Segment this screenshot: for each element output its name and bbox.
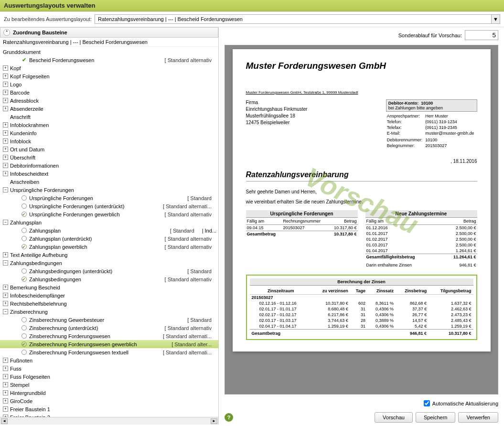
tree-item[interactable]: +Adressblock: [0, 96, 218, 105]
tree-item[interactable]: Zinsberechnung Gewerbesteuer[ Standard: [0, 316, 218, 324]
tree-item[interactable]: Zahlungsbedingungen[ Standard alternativ: [0, 275, 218, 283]
expand-icon[interactable]: +: [3, 171, 8, 176]
expand-icon[interactable]: +: [3, 130, 8, 136]
tree-item[interactable]: +Infobescheidtext: [0, 170, 218, 178]
expand-icon[interactable]: +: [3, 163, 8, 168]
expand-icon[interactable]: +: [3, 398, 8, 404]
expand-icon[interactable]: +: [3, 106, 8, 111]
expand-icon[interactable]: +: [3, 147, 8, 152]
tree-item[interactable]: +Fußnoten: [0, 356, 218, 364]
expand-icon[interactable]: +: [3, 138, 8, 144]
tree-item[interactable]: −Zinsberechnung: [0, 308, 218, 316]
tree-item[interactable]: +Text Anteilige Aufhebung: [0, 251, 218, 259]
sonderablauf-input[interactable]: [465, 30, 498, 40]
radio-checked-icon[interactable]: [21, 211, 27, 218]
tree-item[interactable]: +Debitorinformationen: [0, 161, 218, 170]
expand-icon[interactable]: +: [3, 301, 8, 306]
expand-icon[interactable]: +: [3, 406, 8, 412]
expand-icon[interactable]: +: [3, 65, 8, 71]
layout-combo[interactable]: Ratenzahlungsvereinbarung | --- | Besche…: [95, 14, 500, 24]
expand-icon[interactable]: +: [3, 74, 8, 79]
panel-header[interactable]: ˄ Zuordnung Bausteine: [0, 27, 218, 38]
collapse-icon[interactable]: ˄: [3, 29, 10, 36]
tree-item[interactable]: ✔Bescheid Forderungswesen[ Standard alte…: [0, 56, 218, 64]
chevron-down-icon[interactable]: ▼: [491, 15, 500, 23]
tree-item[interactable]: +Kopf: [0, 64, 218, 72]
expand-icon[interactable]: +: [3, 374, 8, 379]
tree-item[interactable]: Ursprüngliche Forderungen gewerblich[ St…: [0, 210, 218, 218]
help-icon[interactable]: ?: [225, 413, 233, 422]
tree-item[interactable]: Zahlungsplan (unterdrückt)[ Standard alt…: [0, 234, 218, 243]
radio-icon[interactable]: [21, 235, 27, 242]
collapse-icon[interactable]: −: [3, 309, 8, 314]
expand-icon[interactable]: +: [3, 285, 8, 290]
tree-item[interactable]: +Überschrift: [0, 153, 218, 161]
radio-icon[interactable]: [21, 333, 27, 340]
tree-item[interactable]: Zinsberechnung Forderungswesen gewerblic…: [0, 340, 218, 348]
vorschau-button[interactable]: Vorschau: [375, 412, 413, 423]
expand-icon[interactable]: +: [3, 82, 8, 87]
radio-icon[interactable]: [21, 203, 27, 210]
radio-checked-icon[interactable]: [21, 244, 27, 250]
radio-icon[interactable]: [21, 195, 27, 202]
radio-icon[interactable]: [21, 227, 27, 234]
tree-item[interactable]: Zahlungsplan gewerblich[ Standard altern…: [0, 243, 218, 251]
radio-icon[interactable]: [21, 325, 27, 331]
tree-item[interactable]: −Zahlungsplan: [0, 218, 218, 226]
tree-item[interactable]: +Logo: [0, 80, 218, 88]
expand-icon[interactable]: +: [3, 98, 8, 103]
expand-icon[interactable]: +: [3, 155, 8, 160]
tree-item[interactable]: +Kopf Folgeseiten: [0, 72, 218, 80]
tree-item[interactable]: Ursprüngliche Forderungen (unterdrückt)[…: [0, 202, 218, 210]
tree-item[interactable]: +Barcode: [0, 88, 218, 96]
expand-icon[interactable]: +: [3, 293, 8, 298]
tree-item[interactable]: Anschrift: [0, 113, 218, 121]
collapse-icon[interactable]: −: [3, 187, 8, 192]
radio-icon[interactable]: [21, 268, 27, 275]
tree-item[interactable]: +Infoblockrahmen: [0, 121, 218, 129]
tree-item[interactable]: Zinsberechnung (unterdrückt)[ Standard a…: [0, 324, 218, 332]
tree-item[interactable]: +Kundeninfo: [0, 129, 218, 137]
expand-icon[interactable]: +: [3, 122, 8, 128]
radio-checked-icon[interactable]: [21, 276, 27, 283]
preview-viewport[interactable]: Vorschau Muster Forderungswesen GmbH Mus…: [225, 45, 498, 394]
expand-icon[interactable]: +: [3, 366, 8, 371]
tree-item[interactable]: Zahlungsbedingungen (unterdrückt)[ Stand…: [0, 267, 218, 275]
tree-item[interactable]: +Fuss Folgeseiten: [0, 373, 218, 381]
radio-icon[interactable]: [21, 349, 27, 356]
expand-icon[interactable]: +: [3, 90, 8, 95]
tree[interactable]: Grunddokument✔Bescheid Forderungswesen[ …: [0, 47, 218, 417]
tree-item[interactable]: Zinsberechnung Forderungswesen[ Standard…: [0, 332, 218, 340]
expand-icon[interactable]: +: [3, 390, 8, 395]
tree-item[interactable]: +Absenderzeile: [0, 105, 218, 113]
scroll-right-icon[interactable]: ►: [211, 418, 217, 424]
radio-icon[interactable]: [21, 317, 27, 323]
tree-item[interactable]: −Ursprüngliche Forderungen: [0, 186, 218, 194]
tree-item[interactable]: +Infoblock: [0, 137, 218, 145]
scroll-left-icon[interactable]: ◄: [1, 418, 8, 424]
tree-item[interactable]: +Freier Baustein 1: [0, 405, 218, 413]
expand-icon[interactable]: +: [3, 252, 8, 257]
horizontal-scrollbar[interactable]: ◄ ►: [0, 417, 218, 425]
speichern-button[interactable]: Speichern: [416, 412, 456, 423]
tree-item[interactable]: −Zahlungsbedingungen: [0, 259, 218, 267]
collapse-icon[interactable]: −: [3, 220, 8, 225]
expand-icon[interactable]: +: [3, 358, 8, 363]
tree-item[interactable]: +Infobescheidempfänger: [0, 291, 218, 299]
tree-item[interactable]: +Bemerkung Bescheid: [0, 283, 218, 291]
tree-item[interactable]: Anschreiben: [0, 178, 218, 186]
expand-icon[interactable]: +: [3, 382, 8, 387]
tree-item[interactable]: +GiroCode: [0, 397, 218, 405]
tree-item[interactable]: Ursprüngliche Forderungen[ Standard: [0, 194, 218, 202]
tree-item[interactable]: Zahlungsplan[ Standard| Ind...: [0, 226, 218, 234]
tree-item[interactable]: +Freier Baustein 2: [0, 413, 218, 417]
tree-item[interactable]: +Fuss: [0, 364, 218, 373]
radio-checked-icon[interactable]: [21, 341, 27, 348]
tree-item[interactable]: +Hintergrundbild: [0, 389, 218, 397]
tree-item[interactable]: Grunddokument: [0, 48, 218, 56]
tree-item[interactable]: +Rechtsbehelfsbelehrung: [0, 299, 218, 308]
collapse-icon[interactable]: −: [3, 260, 8, 266]
tree-item[interactable]: +Ort und Datum: [0, 145, 218, 153]
tree-item[interactable]: Zinsberechnung Forderungswesen textuell[…: [0, 348, 218, 356]
auto-refresh-checkbox[interactable]: [424, 400, 430, 406]
